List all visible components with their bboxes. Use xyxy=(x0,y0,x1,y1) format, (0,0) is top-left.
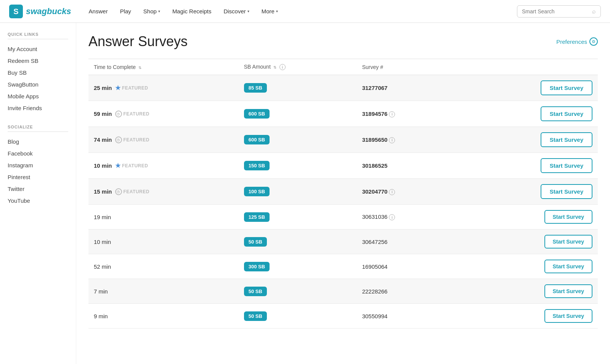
col-time: Time to Complete ⇅ xyxy=(88,59,239,75)
survey-num-cell: 30631036i xyxy=(357,205,456,229)
sb-info-icon[interactable]: i xyxy=(279,64,286,70)
start-survey-button[interactable]: Start Survey xyxy=(541,106,592,121)
sidebar-item-pinterest[interactable]: Pinterest xyxy=(8,171,68,183)
table-row: 15 min◷ FEATURED100 SB30204770iStart Sur… xyxy=(88,179,598,205)
sb-cell: 600 SB xyxy=(239,127,357,153)
sidebar: QUICK LINKS My AccountRedeem SBBuy SBSwa… xyxy=(0,23,76,364)
sb-cell: 125 SB xyxy=(239,205,357,229)
nav-link-discover[interactable]: Discover▾ xyxy=(218,5,254,18)
chevron-down-icon: ▾ xyxy=(158,9,160,13)
sidebar-item-facebook[interactable]: Facebook xyxy=(8,148,68,159)
sb-badge: 100 SB xyxy=(244,187,270,196)
survey-info-icon[interactable]: i xyxy=(389,189,395,195)
nav-link-answer[interactable]: Answer xyxy=(83,5,113,18)
time-cell: 19 min xyxy=(88,205,239,229)
action-cell: Start Survey xyxy=(456,205,598,229)
logo[interactable]: S swagbucks xyxy=(9,5,71,18)
sb-cell: 50 SB xyxy=(239,304,357,329)
survey-num-cell: 30186525 xyxy=(357,153,456,179)
start-survey-button[interactable]: Start Survey xyxy=(544,260,592,273)
sb-cell: 150 SB xyxy=(239,153,357,179)
sb-badge: 600 SB xyxy=(244,109,270,119)
search-box[interactable]: ⌕ xyxy=(517,5,601,18)
start-survey-button[interactable]: Start Survey xyxy=(541,80,592,95)
survey-number: 30550994 xyxy=(362,313,388,319)
time-value: 59 min xyxy=(94,111,112,117)
clock-icon: ◷ xyxy=(115,188,122,195)
survey-number: 30647256 xyxy=(362,239,388,245)
time-value: 19 min xyxy=(94,214,111,220)
page-header: Answer Surveys Preferences ⚙ xyxy=(88,34,598,50)
nav-link-more[interactable]: More▾ xyxy=(256,5,283,18)
survey-number: 31895650 xyxy=(362,136,388,143)
sb-badge: 50 SB xyxy=(244,311,267,321)
time-cell: 25 min★ FEATURED xyxy=(88,75,239,101)
start-survey-button[interactable]: Start Survey xyxy=(541,184,592,199)
survey-info-icon[interactable]: i xyxy=(389,214,395,220)
sb-badge: 50 SB xyxy=(244,287,267,296)
time-value: 74 min xyxy=(94,136,112,143)
nav-links: AnswerPlayShop▾Magic ReceiptsDiscover▾Mo… xyxy=(83,5,517,18)
survey-num-cell: 31894576i xyxy=(357,101,456,127)
page-title: Answer Surveys xyxy=(88,34,188,50)
action-cell: Start Survey xyxy=(456,101,598,127)
start-survey-button[interactable]: Start Survey xyxy=(541,158,592,173)
main-content: Answer Surveys Preferences ⚙ Time to Com… xyxy=(76,23,610,364)
sidebar-item-mobile-apps[interactable]: Mobile Apps xyxy=(8,90,68,102)
start-survey-button[interactable]: Start Survey xyxy=(544,235,592,249)
time-cell: 59 min◷ FEATURED xyxy=(88,101,239,127)
nav-link-play[interactable]: Play xyxy=(115,5,136,18)
survey-num-cell: 30647256 xyxy=(357,229,456,254)
socialize-group: SOCIALIZE BlogFacebookInstagramPinterest… xyxy=(8,125,68,207)
sidebar-item-invite-friends[interactable]: Invite Friends xyxy=(8,102,68,114)
time-value: 10 min xyxy=(94,239,111,245)
navbar: S swagbucks AnswerPlayShop▾Magic Receipt… xyxy=(0,0,610,23)
sidebar-item-my-account[interactable]: My Account xyxy=(8,43,68,55)
survey-number: 22228266 xyxy=(362,288,388,295)
survey-num-cell: 31895650i xyxy=(357,127,456,153)
time-cell: 74 min◷ FEATURED xyxy=(88,127,239,153)
sidebar-item-blog[interactable]: Blog xyxy=(8,136,68,148)
table-row: 19 min125 SB30631036iStart Survey xyxy=(88,205,598,229)
sb-cell: 300 SB xyxy=(239,254,357,279)
col-survey-num: Survey # xyxy=(357,59,456,75)
chevron-down-icon: ▾ xyxy=(247,9,249,13)
survey-num-cell: 30550994 xyxy=(357,304,456,329)
search-input[interactable] xyxy=(522,8,589,14)
table-header: Time to Complete ⇅ SB Amount ⇅ i Survey … xyxy=(88,59,598,75)
star-icon: ★ xyxy=(115,84,120,91)
search-icon: ⌕ xyxy=(592,8,596,15)
featured-badge: ★ FEATURED xyxy=(115,84,148,91)
time-value: 25 min xyxy=(94,85,112,91)
action-cell: Start Survey xyxy=(456,304,598,329)
svg-text:S: S xyxy=(13,7,18,16)
sidebar-item-youtube[interactable]: YouTube xyxy=(8,195,68,207)
survey-table: Time to Complete ⇅ SB Amount ⇅ i Survey … xyxy=(88,59,598,329)
sidebar-item-redeem-sb[interactable]: Redeem SB xyxy=(8,55,68,67)
sidebar-item-instagram[interactable]: Instagram xyxy=(8,159,68,171)
clock-icon: ◷ xyxy=(115,136,122,143)
nav-link-shop[interactable]: Shop▾ xyxy=(138,5,165,18)
featured-badge: ◷ FEATURED xyxy=(115,136,149,143)
preferences-link[interactable]: Preferences ⚙ xyxy=(556,37,598,46)
sb-cell: 85 SB xyxy=(239,75,357,101)
sidebar-item-buy-sb[interactable]: Buy SB xyxy=(8,67,68,79)
sidebar-item-twitter[interactable]: Twitter xyxy=(8,183,68,195)
survey-number: 16905064 xyxy=(362,263,388,270)
sb-badge: 85 SB xyxy=(244,83,267,93)
start-survey-button[interactable]: Start Survey xyxy=(544,284,592,298)
start-survey-button[interactable]: Start Survey xyxy=(544,309,592,323)
survey-number: 30186525 xyxy=(362,162,388,169)
survey-info-icon[interactable]: i xyxy=(389,111,395,117)
sidebar-item-swagbutton[interactable]: SwagButton xyxy=(8,79,68,90)
sb-badge: 300 SB xyxy=(244,262,270,271)
start-survey-button[interactable]: Start Survey xyxy=(544,210,592,224)
survey-info-icon[interactable]: i xyxy=(389,137,395,143)
time-cell: 15 min◷ FEATURED xyxy=(88,179,239,205)
survey-num-cell: 16905064 xyxy=(357,254,456,279)
survey-number: 30204770 xyxy=(362,188,388,195)
featured-badge: ◷ FEATURED xyxy=(115,188,149,195)
nav-link-magic-receipts[interactable]: Magic Receipts xyxy=(167,5,217,18)
start-survey-button[interactable]: Start Survey xyxy=(541,132,592,147)
sb-badge: 150 SB xyxy=(244,161,270,170)
